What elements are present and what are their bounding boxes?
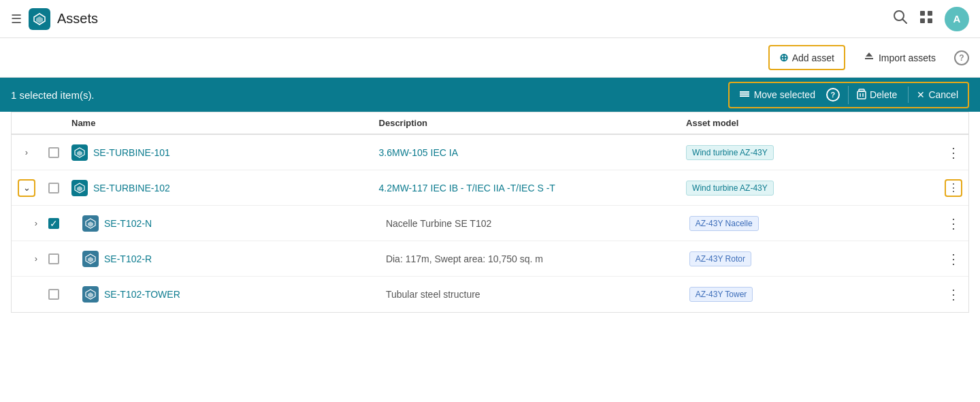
more-icon-3[interactable]: ⋮ (947, 215, 960, 232)
svg-marker-9 (866, 52, 872, 57)
model-badge-3: AZ-43Y Nacelle (689, 216, 759, 231)
asset-icon-4 (82, 251, 99, 267)
header-right: A (893, 7, 969, 31)
row-expand-3[interactable]: › (12, 218, 42, 228)
expand-button-2[interactable]: ⌄ (18, 179, 35, 197)
more-icon-4[interactable]: ⋮ (947, 251, 960, 267)
asset-icon-5 (82, 286, 99, 303)
svg-rect-16 (859, 89, 864, 91)
selection-count-label: 1 selected item(s). (11, 89, 95, 101)
asset-name-1[interactable]: SE-TURBINE-101 (93, 147, 170, 158)
toolbar-help-icon[interactable]: ? (954, 50, 969, 65)
desc-text-4: Dia: 117m, Swept area: 10,750 sq. m (386, 253, 543, 264)
asset-name-2[interactable]: SE-TURBINE-102 (93, 183, 170, 194)
svg-marker-26 (88, 292, 93, 298)
row-checkbox-2[interactable] (42, 183, 66, 194)
row-actions-5[interactable]: ⋮ (938, 286, 968, 303)
import-assets-button[interactable]: Import assets (853, 46, 946, 69)
row-name-cell-1: SE-TURBINE-101 (66, 144, 374, 161)
checkbox-5[interactable] (48, 289, 59, 300)
model-badge-4: AZ-43Y Rotor (689, 251, 751, 266)
svg-rect-8 (865, 58, 873, 59)
asset-icon-2 (71, 180, 88, 196)
app-title: Assets (57, 11, 98, 27)
svg-marker-18 (77, 151, 82, 156)
more-icon-2: ⋮ (948, 181, 959, 194)
table-row: › SE-T102-R Dia: 117m, Swept area: 10,75… (12, 241, 968, 277)
cancel-icon: ✕ (917, 89, 925, 100)
row-expand-1[interactable]: › (12, 147, 42, 157)
svg-marker-24 (88, 257, 93, 262)
row-actions-4[interactable]: ⋮ (938, 251, 968, 267)
delete-button[interactable]: Delete (848, 86, 905, 104)
selection-help-icon[interactable]: ? (826, 88, 840, 102)
desc-text-1: 3.6MW-105 IEC IA (379, 147, 458, 158)
svg-rect-4 (920, 11, 925, 16)
chevron-down-icon: ⌄ (23, 183, 31, 193)
row-desc-5: Tubular steel structure (380, 289, 684, 300)
table-row: › SE-TURBINE-101 3.6MW-105 IEC IA Wind t… (12, 135, 968, 170)
checkbox-1[interactable] (48, 147, 59, 158)
asset-name-5[interactable]: SE-T102-TOWER (104, 289, 180, 300)
row-model-3: AZ-43Y Nacelle (684, 216, 938, 231)
add-asset-button[interactable]: ⊕ Add asset (768, 45, 845, 70)
row-name-cell-2: SE-TURBINE-102 (66, 180, 374, 196)
row-actions-1[interactable]: ⋮ (938, 144, 968, 161)
table-header: Name Description Asset model (12, 112, 968, 135)
row-model-1: Wind turbine AZ-43Y (681, 145, 938, 160)
more-icon-1[interactable]: ⋮ (947, 144, 960, 161)
plus-icon: ⊕ (779, 51, 788, 64)
asset-name-3[interactable]: SE-T102-N (104, 218, 152, 229)
row-model-2: Wind turbine AZ-43Y (681, 181, 938, 196)
more-button-2-orange[interactable]: ⋮ (945, 179, 962, 197)
col-name-label: Name (71, 118, 95, 128)
more-icon-5[interactable]: ⋮ (947, 286, 960, 303)
checkbox-2[interactable] (48, 183, 59, 194)
row-expand-2[interactable]: ⌄ (12, 179, 42, 197)
app-header: ☰ Assets A (0, 0, 980, 38)
desc-text-5: Tubular steel structure (386, 289, 480, 300)
checkbox-4[interactable] (48, 253, 59, 264)
row-checkbox-3[interactable]: ✓ (42, 218, 66, 229)
svg-marker-1 (36, 16, 43, 23)
row-actions-2[interactable]: ⋮ (938, 179, 968, 197)
table-row: ⌄ SE-TURBINE-102 4.2MW-117 IEC IB - T/IE… (12, 170, 968, 206)
row-expand-4[interactable]: › (12, 253, 42, 264)
svg-rect-11 (740, 93, 749, 95)
row-name-cell-4: SE-T102-R (66, 251, 380, 267)
header-left: ☰ Assets (11, 8, 893, 30)
search-icon[interactable] (893, 10, 908, 28)
selection-actions: Move selected ? Delete ✕ Cancel (728, 82, 969, 108)
svg-rect-13 (858, 91, 866, 99)
delete-icon (857, 89, 866, 102)
svg-rect-6 (920, 18, 925, 23)
col-model-label: Asset model (686, 118, 738, 128)
table-row: › SE-T102-TOWER Tubular steel structure … (12, 277, 968, 312)
asset-name-4[interactable]: SE-T102-R (104, 253, 152, 264)
row-actions-3[interactable]: ⋮ (938, 215, 968, 232)
svg-rect-10 (740, 91, 749, 93)
desc-text-2: 4.2MW-117 IEC IB - T/IEC IIA -T/IEC S -T (379, 183, 555, 194)
row-model-4: AZ-43Y Rotor (684, 251, 938, 266)
move-selected-button[interactable]: Move selected (731, 86, 823, 104)
toolbar: ⊕ Add asset Import assets ? (0, 38, 980, 78)
row-model-5: AZ-43Y Tower (684, 287, 938, 302)
import-assets-label: Import assets (879, 52, 936, 63)
menu-icon[interactable]: ☰ (11, 12, 22, 27)
row-desc-3: Nacelle Turbine SE T102 (380, 218, 684, 229)
chevron-right-icon-3: › (35, 218, 37, 228)
svg-marker-22 (88, 221, 93, 227)
desc-text-3: Nacelle Turbine SE T102 (386, 218, 491, 229)
cancel-button[interactable]: ✕ Cancel (908, 87, 966, 103)
svg-rect-12 (740, 95, 749, 97)
checkbox-3[interactable]: ✓ (48, 218, 59, 229)
table-row: › ✓ SE-T102-N Nacelle Turbine SE T102 AZ… (12, 206, 968, 241)
grid-icon[interactable] (919, 10, 934, 28)
row-checkbox-4[interactable] (42, 253, 66, 264)
avatar[interactable]: A (945, 7, 969, 31)
row-checkbox-5[interactable] (42, 289, 66, 300)
row-checkbox-1[interactable] (42, 147, 66, 158)
row-desc-4: Dia: 117m, Swept area: 10,750 sq. m (380, 253, 684, 264)
svg-rect-5 (928, 11, 932, 16)
model-badge-2: Wind turbine AZ-43Y (686, 181, 774, 196)
